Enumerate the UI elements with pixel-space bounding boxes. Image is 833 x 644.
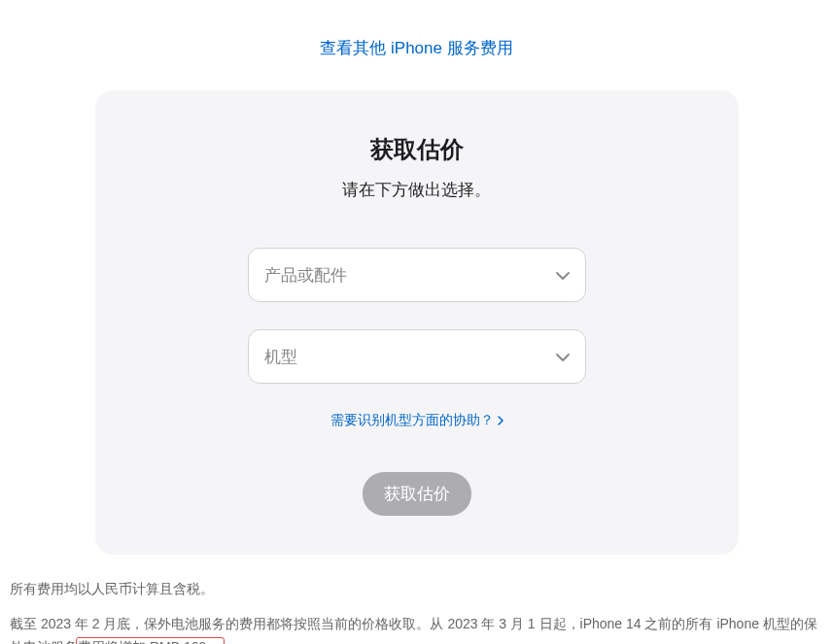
help-link-text: 需要识别机型方面的协助？ — [330, 412, 494, 429]
product-select[interactable]: 产品或配件 — [248, 248, 586, 302]
footer-notes: 所有费用均以人民币计算且含税。 截至 2023 年 2 月底，保外电池服务的费用… — [0, 555, 833, 644]
footer-line1: 所有费用均以人民币计算且含税。 — [10, 578, 823, 601]
card-subtitle: 请在下方做出选择。 — [134, 179, 700, 201]
view-other-services-link[interactable]: 查看其他 iPhone 服务费用 — [0, 0, 833, 59]
model-select-wrapper: 机型 — [248, 329, 586, 384]
footer-line2: 截至 2023 年 2 月底，保外电池服务的费用都将按照当前的价格收取。从 20… — [10, 613, 823, 644]
model-select-placeholder: 机型 — [264, 346, 297, 368]
card-title: 获取估价 — [134, 134, 700, 165]
chevron-down-icon — [556, 265, 570, 285]
estimate-card: 获取估价 请在下方做出选择。 产品或配件 机型 需要识别机型方面的协助？ 获取估… — [95, 90, 739, 555]
product-select-wrapper: 产品或配件 — [248, 248, 586, 302]
chevron-right-icon — [498, 413, 503, 428]
get-estimate-button[interactable]: 获取估价 — [363, 472, 471, 516]
model-select[interactable]: 机型 — [248, 329, 586, 384]
product-select-placeholder: 产品或配件 — [264, 264, 347, 287]
chevron-down-icon — [556, 347, 570, 366]
price-increase-highlight: 费用将增加 RMB 169。 — [76, 637, 225, 644]
identify-model-help-link[interactable]: 需要识别机型方面的协助？ — [330, 412, 503, 429]
